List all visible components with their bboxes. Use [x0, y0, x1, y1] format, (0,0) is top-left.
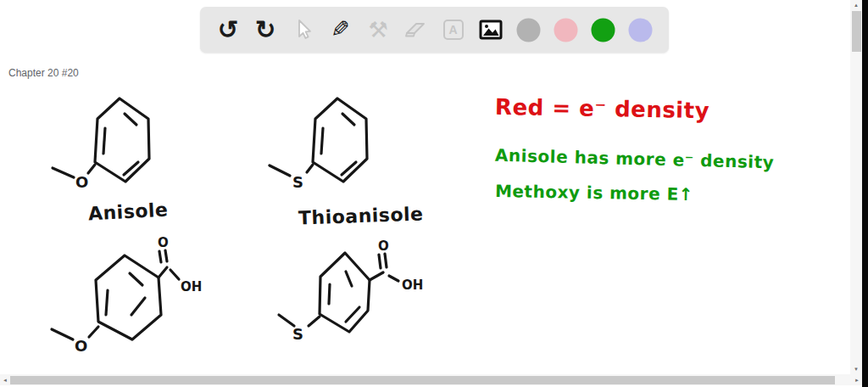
- cursor-icon: [293, 19, 314, 41]
- carbonyl-oxygen-label: O: [158, 235, 169, 250]
- hydroxyl-label: OH: [402, 278, 423, 293]
- structure-anisole: O: [53, 98, 149, 191]
- text-button[interactable]: A: [439, 15, 468, 44]
- thioanisole-caption: Thioanisole: [298, 203, 424, 228]
- tools-icon: ⚒: [368, 19, 387, 41]
- select-button[interactable]: [289, 15, 318, 44]
- eraser-icon: [403, 20, 427, 39]
- scroll-down-arrow[interactable]: ▼: [850, 364, 862, 374]
- anisole-oxygen-label: O: [75, 173, 88, 191]
- right-edge-bar: [862, 0, 868, 387]
- gray-color-dot: [516, 18, 540, 42]
- green-note-line2: Methoxy is more E↑: [495, 181, 693, 205]
- structure-thioanisole: S: [270, 98, 367, 191]
- horizontal-scrollbar[interactable]: ◄ ►: [0, 374, 862, 385]
- text-icon-letter: A: [449, 23, 458, 36]
- hydroxyl-label: OH: [181, 279, 202, 294]
- undo-icon: ↺: [218, 18, 238, 42]
- vertical-scrollbar-thumb[interactable]: [852, 11, 861, 52]
- text-icon: A: [443, 20, 464, 40]
- green-note-line1: Anisole has more e⁻ density: [495, 145, 775, 173]
- pink-color-dot: [554, 18, 577, 42]
- page-title: Chapter 20 #20: [8, 67, 79, 79]
- ether-oxygen-label: O: [75, 337, 87, 355]
- image-icon: [479, 20, 503, 40]
- utilities-button[interactable]: ⚒: [364, 15, 392, 44]
- eraser-button[interactable]: [401, 15, 430, 44]
- redo-icon: ↻: [255, 18, 275, 42]
- scroll-right-arrow[interactable]: ►: [852, 374, 862, 385]
- drawing-canvas[interactable]: O S O OH O: [0, 0, 868, 387]
- whiteboard-app: ↺ ↻ ✎ ⚒ A: [0, 0, 868, 387]
- thioether-sulfur-label: S: [292, 325, 303, 343]
- redo-button[interactable]: ↻: [251, 15, 280, 44]
- color-swatch-green[interactable]: [589, 15, 618, 44]
- structure-methoxybenzoic-acid: O OH O: [52, 235, 202, 355]
- red-density-note: Red = e⁻ density: [495, 94, 710, 123]
- color-swatch-lavender[interactable]: [626, 15, 655, 44]
- scroll-up-arrow[interactable]: ▲: [850, 0, 862, 10]
- thioanisole-sulfur-label: S: [292, 173, 303, 191]
- color-swatch-pink[interactable]: [551, 15, 580, 44]
- structure-methylthiobenzoic-acid: O OH S: [279, 238, 423, 343]
- image-button[interactable]: [476, 15, 505, 44]
- pencil-icon: ✎: [331, 19, 350, 42]
- color-swatch-gray[interactable]: [514, 15, 542, 44]
- drawing-toolbar: ↺ ↻ ✎ ⚒ A: [200, 7, 669, 53]
- undo-button[interactable]: ↺: [214, 15, 242, 44]
- vertical-scrollbar[interactable]: ▲ ▼: [850, 0, 862, 374]
- green-color-dot: [592, 18, 615, 42]
- lavender-color-dot: [629, 18, 653, 42]
- anisole-caption: Anisole: [87, 199, 169, 225]
- scroll-left-arrow[interactable]: ◄: [0, 374, 10, 385]
- horizontal-scrollbar-thumb[interactable]: [10, 376, 835, 384]
- pen-button[interactable]: ✎: [326, 15, 355, 44]
- carbonyl-oxygen-label: O: [378, 238, 389, 254]
